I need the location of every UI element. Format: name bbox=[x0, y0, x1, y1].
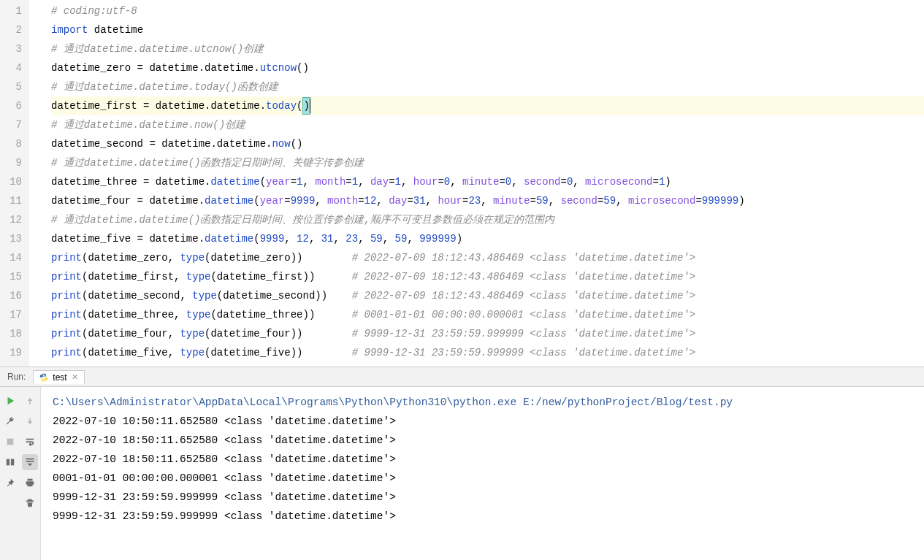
scroll-end-button[interactable] bbox=[22, 454, 38, 470]
code-line[interactable]: datetime_second = datetime.datetime.now(… bbox=[51, 134, 924, 153]
console-line: 2022-07-10 18:50:11.652580 <class 'datet… bbox=[53, 431, 912, 450]
line-number: 8 bbox=[4, 134, 22, 153]
line-number: 18 bbox=[4, 324, 22, 343]
code-area[interactable]: # coding:utf-8import datetime# 通过datetim… bbox=[29, 0, 924, 367]
line-gutter: 12345678910111213141516171819 bbox=[0, 0, 29, 367]
code-line[interactable]: # 通过datetime.datetime.now()创建 bbox=[51, 115, 924, 134]
code-line[interactable]: import datetime bbox=[51, 20, 924, 39]
rerun-button[interactable] bbox=[2, 393, 18, 409]
console-command: C:\Users\Administrator\AppData\Local\Pro… bbox=[53, 393, 912, 412]
line-number: 6 bbox=[4, 96, 22, 115]
run-tab-label: test bbox=[53, 372, 66, 383]
pin-button[interactable] bbox=[2, 475, 18, 491]
line-number: 15 bbox=[4, 267, 22, 286]
line-number: 1 bbox=[4, 1, 22, 20]
code-editor[interactable]: 12345678910111213141516171819 # coding:u… bbox=[0, 0, 924, 367]
code-line[interactable]: print(datetime_three, type(datetime_thre… bbox=[51, 305, 924, 324]
svg-rect-2 bbox=[11, 459, 14, 466]
print-button[interactable] bbox=[22, 475, 38, 491]
line-number: 14 bbox=[4, 248, 22, 267]
line-number: 17 bbox=[4, 305, 22, 324]
run-tab-bar: Run: test ✕ bbox=[0, 367, 924, 387]
line-number: 7 bbox=[4, 115, 22, 134]
close-icon[interactable]: ✕ bbox=[72, 372, 78, 382]
run-panel: C:\Users\Administrator\AppData\Local\Pro… bbox=[0, 387, 924, 560]
console-line: 2022-07-10 18:50:11.652580 <class 'datet… bbox=[53, 450, 912, 469]
line-number: 4 bbox=[4, 58, 22, 77]
code-line[interactable]: datetime_first = datetime.datetime.today… bbox=[51, 96, 924, 115]
line-number: 5 bbox=[4, 77, 22, 96]
run-toolbar bbox=[0, 387, 41, 560]
wrench-button[interactable] bbox=[2, 413, 18, 429]
svg-rect-0 bbox=[7, 439, 13, 445]
up-arrow-button[interactable] bbox=[22, 393, 38, 409]
console-line: 0001-01-01 00:00:00.000001 <class 'datet… bbox=[53, 469, 912, 488]
python-icon bbox=[39, 373, 48, 382]
console-line: 2022-07-10 10:50:11.652580 <class 'datet… bbox=[53, 412, 912, 431]
run-label: Run: bbox=[0, 372, 33, 382]
code-line[interactable]: # 通过datetime.datetime.utcnow()创建 bbox=[51, 39, 924, 58]
console-line: 9999-12-31 23:59:59.999999 <class 'datet… bbox=[53, 507, 912, 526]
code-line[interactable]: print(datetime_second, type(datetime_sec… bbox=[51, 286, 924, 305]
down-arrow-button[interactable] bbox=[22, 413, 38, 429]
line-number: 11 bbox=[4, 191, 22, 210]
soft-wrap-button[interactable] bbox=[22, 434, 38, 450]
layout-button[interactable] bbox=[2, 454, 18, 470]
code-line[interactable]: datetime_four = datetime.datetime(year=9… bbox=[51, 191, 924, 210]
stop-button[interactable] bbox=[2, 434, 18, 450]
line-number: 13 bbox=[4, 229, 22, 248]
console-output[interactable]: C:\Users\Administrator\AppData\Local\Pro… bbox=[41, 387, 924, 560]
svg-rect-1 bbox=[7, 459, 9, 466]
code-line[interactable]: datetime_five = datetime.datetime(9999, … bbox=[51, 229, 924, 248]
line-number: 3 bbox=[4, 39, 22, 58]
line-number: 19 bbox=[4, 343, 22, 362]
line-number: 2 bbox=[4, 20, 22, 39]
line-number: 10 bbox=[4, 172, 22, 191]
code-line[interactable]: print(datetime_zero, type(datetime_zero)… bbox=[51, 248, 924, 267]
code-line[interactable]: print(datetime_four, type(datetime_four)… bbox=[51, 324, 924, 343]
code-line[interactable]: datetime_three = datetime.datetime(year=… bbox=[51, 172, 924, 191]
code-line[interactable]: # coding:utf-8 bbox=[51, 1, 924, 20]
trash-button[interactable] bbox=[22, 495, 38, 511]
code-line[interactable]: # 通过datetime.datetime()函数指定日期时间、关键字传参创建 bbox=[51, 153, 924, 172]
code-line[interactable]: print(datetime_five, type(datetime_five)… bbox=[51, 343, 924, 362]
code-line[interactable]: print(datetime_first, type(datetime_firs… bbox=[51, 267, 924, 286]
code-line[interactable]: # 通过datetime.datetime()函数指定日期时间、按位置传参创建,… bbox=[51, 210, 924, 229]
line-number: 9 bbox=[4, 153, 22, 172]
code-line[interactable]: datetime_zero = datetime.datetime.utcnow… bbox=[51, 58, 924, 77]
code-line[interactable]: # 通过datetime.datetime.today()函数创建 bbox=[51, 77, 924, 96]
run-tab-test[interactable]: test ✕ bbox=[33, 370, 84, 384]
console-line: 9999-12-31 23:59:59.999999 <class 'datet… bbox=[53, 488, 912, 507]
line-number: 12 bbox=[4, 210, 22, 229]
line-number: 16 bbox=[4, 286, 22, 305]
